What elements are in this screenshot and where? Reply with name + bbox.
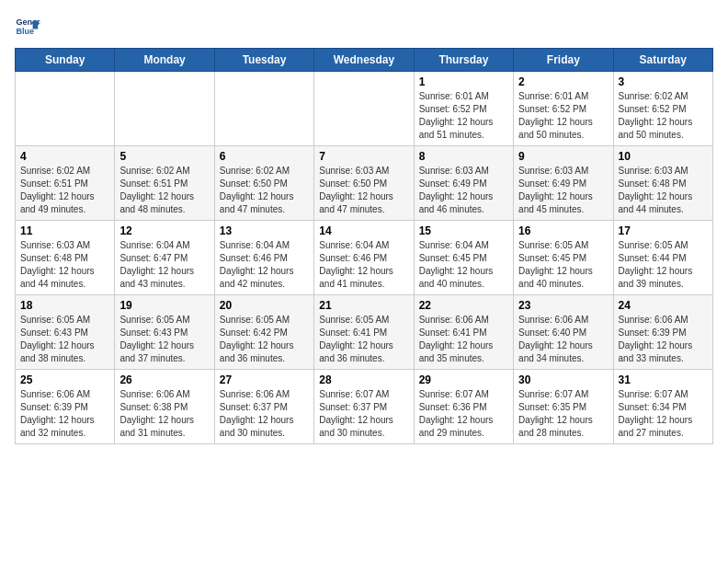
calendar-cell: 3Sunrise: 6:02 AM Sunset: 6:52 PM Daylig…	[613, 72, 712, 146]
day-info: Sunrise: 6:05 AM Sunset: 6:44 PM Dayligh…	[619, 239, 708, 291]
calendar-cell	[115, 72, 214, 146]
logo-icon: General Blue	[15, 15, 40, 40]
day-number: 18	[20, 299, 109, 312]
day-number: 1	[419, 75, 508, 88]
day-info: Sunrise: 6:03 AM Sunset: 6:49 PM Dayligh…	[518, 165, 608, 216]
calendar-cell: 15Sunrise: 6:04 AM Sunset: 6:45 PM Dayli…	[414, 221, 513, 295]
day-header-sunday: Sunday	[16, 49, 115, 72]
calendar-cell: 7Sunrise: 6:03 AM Sunset: 6:50 PM Daylig…	[314, 146, 414, 221]
day-number: 11	[20, 224, 109, 237]
calendar-week-row: 1Sunrise: 6:01 AM Sunset: 6:52 PM Daylig…	[16, 72, 713, 146]
day-info: Sunrise: 6:02 AM Sunset: 6:51 PM Dayligh…	[20, 165, 109, 216]
calendar-cell: 1Sunrise: 6:01 AM Sunset: 6:52 PM Daylig…	[414, 72, 513, 146]
calendar-cell: 30Sunrise: 6:07 AM Sunset: 6:35 PM Dayli…	[514, 370, 613, 444]
day-info: Sunrise: 6:07 AM Sunset: 6:35 PM Dayligh…	[518, 388, 608, 440]
svg-text:Blue: Blue	[16, 27, 34, 36]
day-number: 30	[518, 373, 608, 386]
calendar-cell: 12Sunrise: 6:04 AM Sunset: 6:47 PM Dayli…	[115, 221, 214, 295]
day-info: Sunrise: 6:05 AM Sunset: 6:42 PM Dayligh…	[220, 314, 309, 365]
day-number: 7	[319, 150, 408, 163]
day-number: 13	[220, 224, 309, 237]
logo: General Blue	[15, 15, 40, 40]
day-info: Sunrise: 6:04 AM Sunset: 6:47 PM Dayligh…	[119, 239, 209, 291]
day-number: 3	[619, 75, 708, 88]
day-info: Sunrise: 6:02 AM Sunset: 6:50 PM Dayligh…	[220, 165, 309, 216]
calendar-cell: 4Sunrise: 6:02 AM Sunset: 6:51 PM Daylig…	[16, 146, 115, 221]
calendar-cell: 9Sunrise: 6:03 AM Sunset: 6:49 PM Daylig…	[514, 146, 613, 221]
day-number: 19	[119, 299, 209, 312]
day-info: Sunrise: 6:01 AM Sunset: 6:52 PM Dayligh…	[518, 90, 608, 142]
day-info: Sunrise: 6:02 AM Sunset: 6:52 PM Dayligh…	[619, 90, 708, 142]
calendar-cell: 21Sunrise: 6:05 AM Sunset: 6:41 PM Dayli…	[314, 295, 414, 370]
day-number: 4	[20, 150, 109, 163]
day-info: Sunrise: 6:05 AM Sunset: 6:41 PM Dayligh…	[319, 314, 408, 365]
day-number: 27	[220, 373, 309, 386]
day-info: Sunrise: 6:07 AM Sunset: 6:34 PM Dayligh…	[619, 388, 708, 440]
day-info: Sunrise: 6:06 AM Sunset: 6:39 PM Dayligh…	[619, 314, 708, 365]
page-header: General Blue	[15, 15, 713, 40]
day-number: 2	[518, 75, 608, 88]
calendar-cell	[214, 72, 313, 146]
calendar-cell: 10Sunrise: 6:03 AM Sunset: 6:48 PM Dayli…	[613, 146, 712, 221]
day-info: Sunrise: 6:06 AM Sunset: 6:39 PM Dayligh…	[20, 388, 109, 440]
day-number: 15	[419, 224, 508, 237]
day-info: Sunrise: 6:05 AM Sunset: 6:43 PM Dayligh…	[119, 314, 209, 365]
calendar-cell: 16Sunrise: 6:05 AM Sunset: 6:45 PM Dayli…	[514, 221, 613, 295]
calendar-cell: 2Sunrise: 6:01 AM Sunset: 6:52 PM Daylig…	[514, 72, 613, 146]
calendar-cell: 18Sunrise: 6:05 AM Sunset: 6:43 PM Dayli…	[16, 295, 115, 370]
day-number: 6	[220, 150, 309, 163]
calendar-cell: 26Sunrise: 6:06 AM Sunset: 6:38 PM Dayli…	[115, 370, 214, 444]
calendar-cell: 31Sunrise: 6:07 AM Sunset: 6:34 PM Dayli…	[613, 370, 712, 444]
day-number: 16	[518, 224, 608, 237]
day-number: 17	[619, 224, 708, 237]
day-info: Sunrise: 6:04 AM Sunset: 6:45 PM Dayligh…	[419, 239, 508, 291]
day-number: 24	[619, 299, 708, 312]
day-number: 9	[518, 150, 608, 163]
day-number: 10	[619, 150, 708, 163]
day-info: Sunrise: 6:05 AM Sunset: 6:43 PM Dayligh…	[20, 314, 109, 365]
day-number: 12	[119, 224, 209, 237]
day-info: Sunrise: 6:02 AM Sunset: 6:51 PM Dayligh…	[119, 165, 209, 216]
calendar-cell: 17Sunrise: 6:05 AM Sunset: 6:44 PM Dayli…	[613, 221, 712, 295]
day-info: Sunrise: 6:07 AM Sunset: 6:36 PM Dayligh…	[419, 388, 508, 440]
calendar-cell: 23Sunrise: 6:06 AM Sunset: 6:40 PM Dayli…	[514, 295, 613, 370]
calendar-cell	[16, 72, 115, 146]
calendar-cell	[314, 72, 414, 146]
day-number: 20	[220, 299, 309, 312]
calendar-week-row: 25Sunrise: 6:06 AM Sunset: 6:39 PM Dayli…	[16, 370, 713, 444]
day-info: Sunrise: 6:04 AM Sunset: 6:46 PM Dayligh…	[220, 239, 309, 291]
day-number: 28	[319, 373, 408, 386]
day-number: 14	[319, 224, 408, 237]
day-number: 25	[20, 373, 109, 386]
day-header-monday: Monday	[115, 49, 214, 72]
calendar-cell: 13Sunrise: 6:04 AM Sunset: 6:46 PM Dayli…	[214, 221, 313, 295]
day-info: Sunrise: 6:03 AM Sunset: 6:49 PM Dayligh…	[419, 165, 508, 216]
day-info: Sunrise: 6:04 AM Sunset: 6:46 PM Dayligh…	[319, 239, 408, 291]
day-number: 23	[518, 299, 608, 312]
calendar-cell: 22Sunrise: 6:06 AM Sunset: 6:41 PM Dayli…	[414, 295, 513, 370]
day-number: 21	[319, 299, 408, 312]
calendar-header-row: SundayMondayTuesdayWednesdayThursdayFrid…	[16, 49, 713, 72]
calendar-cell: 6Sunrise: 6:02 AM Sunset: 6:50 PM Daylig…	[214, 146, 313, 221]
day-info: Sunrise: 6:05 AM Sunset: 6:45 PM Dayligh…	[518, 239, 608, 291]
day-info: Sunrise: 6:06 AM Sunset: 6:40 PM Dayligh…	[518, 314, 608, 365]
day-info: Sunrise: 6:06 AM Sunset: 6:37 PM Dayligh…	[220, 388, 309, 440]
calendar-cell: 25Sunrise: 6:06 AM Sunset: 6:39 PM Dayli…	[16, 370, 115, 444]
calendar-cell: 20Sunrise: 6:05 AM Sunset: 6:42 PM Dayli…	[214, 295, 313, 370]
calendar-cell: 19Sunrise: 6:05 AM Sunset: 6:43 PM Dayli…	[115, 295, 214, 370]
calendar-week-row: 18Sunrise: 6:05 AM Sunset: 6:43 PM Dayli…	[16, 295, 713, 370]
day-info: Sunrise: 6:03 AM Sunset: 6:50 PM Dayligh…	[319, 165, 408, 216]
day-info: Sunrise: 6:06 AM Sunset: 6:41 PM Dayligh…	[419, 314, 508, 365]
calendar-cell: 28Sunrise: 6:07 AM Sunset: 6:37 PM Dayli…	[314, 370, 414, 444]
day-number: 29	[419, 373, 508, 386]
day-header-wednesday: Wednesday	[314, 49, 414, 72]
day-info: Sunrise: 6:03 AM Sunset: 6:48 PM Dayligh…	[619, 165, 708, 216]
day-info: Sunrise: 6:03 AM Sunset: 6:48 PM Dayligh…	[20, 239, 109, 291]
day-number: 31	[619, 373, 708, 386]
calendar-week-row: 11Sunrise: 6:03 AM Sunset: 6:48 PM Dayli…	[16, 221, 713, 295]
calendar-table: SundayMondayTuesdayWednesdayThursdayFrid…	[15, 48, 713, 444]
day-info: Sunrise: 6:07 AM Sunset: 6:37 PM Dayligh…	[319, 388, 408, 440]
calendar-cell: 29Sunrise: 6:07 AM Sunset: 6:36 PM Dayli…	[414, 370, 513, 444]
calendar-cell: 11Sunrise: 6:03 AM Sunset: 6:48 PM Dayli…	[16, 221, 115, 295]
calendar-week-row: 4Sunrise: 6:02 AM Sunset: 6:51 PM Daylig…	[16, 146, 713, 221]
